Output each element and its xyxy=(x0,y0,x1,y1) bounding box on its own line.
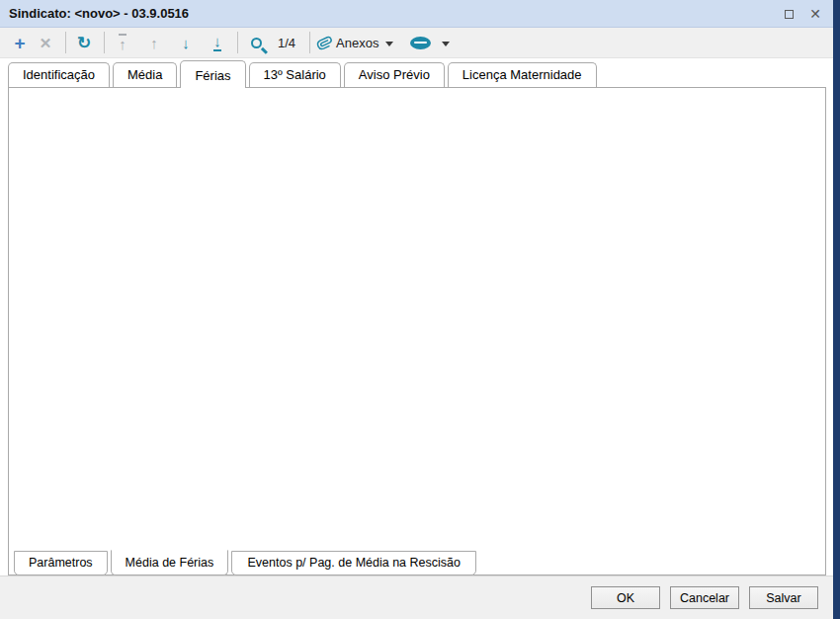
delete-record-button: ✕ xyxy=(34,30,57,55)
bottom-tab-strip: Parâmetros Média de Férias Eventos p/ Pa… xyxy=(14,551,479,575)
ferias-tab-page xyxy=(8,87,826,575)
refresh-button[interactable]: ↻ xyxy=(72,30,96,55)
cancel-label: Cancelar xyxy=(680,591,729,605)
maximize-icon xyxy=(785,10,794,19)
up-arrow-icon: ↑ xyxy=(150,36,158,50)
plus-icon: + xyxy=(14,34,25,52)
close-button[interactable]: ✕ xyxy=(804,5,826,23)
tab-eventos-pag-media[interactable]: Eventos p/ Pag. de Média na Rescisão xyxy=(231,551,476,575)
printer-icon xyxy=(410,37,431,49)
print-options-button[interactable] xyxy=(434,30,458,55)
toolbar-separator xyxy=(309,32,310,53)
toolbar-separator xyxy=(65,32,66,53)
sindicato-dialog: Sindicato: <novo> - 03.9.0516 ✕ + ✕ ↻ ↑ … xyxy=(0,0,840,619)
last-record-icon: ↓ xyxy=(213,34,221,51)
search-icon xyxy=(251,38,262,48)
first-record-button: ↑ xyxy=(111,30,134,55)
search-button[interactable] xyxy=(244,30,268,55)
ok-button[interactable]: OK xyxy=(591,586,660,609)
down-arrow-icon: ↓ xyxy=(182,36,190,50)
toolbar-separator xyxy=(104,32,105,53)
chevron-down-icon xyxy=(385,42,393,46)
window-title: Sindicato: <novo> - 03.9.0516 xyxy=(0,6,189,21)
maximize-button[interactable] xyxy=(778,5,799,23)
tab-identificacao[interactable]: Identificação xyxy=(8,62,110,87)
next-record-button[interactable]: ↓ xyxy=(174,30,198,55)
save-button[interactable]: Salvar xyxy=(749,586,818,609)
last-record-button[interactable]: ↓ xyxy=(206,30,229,55)
tab-ferias[interactable]: Férias xyxy=(180,60,245,88)
save-label: Salvar xyxy=(766,591,800,605)
ok-label: OK xyxy=(617,591,634,605)
close-icon: ✕ xyxy=(809,6,821,22)
tab-aviso-previo[interactable]: Aviso Prévio xyxy=(344,62,445,87)
cancel-button[interactable]: Cancelar xyxy=(670,586,739,609)
tab-parametros[interactable]: Parâmetros xyxy=(14,551,108,575)
tab-media[interactable]: Média xyxy=(113,62,177,87)
refresh-icon: ↻ xyxy=(77,35,91,51)
print-button[interactable] xyxy=(408,30,432,55)
title-bar: Sindicato: <novo> - 03.9.0516 xyxy=(0,0,833,28)
record-counter: 1/4 xyxy=(278,36,295,50)
previous-record-button: ↑ xyxy=(142,30,166,55)
anexos-button[interactable]: Anexos xyxy=(316,30,396,55)
tab-13-salario[interactable]: 13º Salário xyxy=(249,62,341,87)
toolbar: + ✕ ↻ ↑ ↑ ↓ ↓ 1/4 Anexos xyxy=(0,28,833,58)
toolbar-separator xyxy=(237,32,238,53)
tab-media-de-ferias[interactable]: Média de Férias xyxy=(111,550,229,575)
first-record-icon: ↑ xyxy=(119,34,126,51)
anexos-label: Anexos xyxy=(336,36,378,50)
tab-licenca-maternidade[interactable]: Licença Maternidade xyxy=(448,62,597,87)
add-record-button[interactable]: + xyxy=(8,30,32,55)
delete-icon: ✕ xyxy=(40,36,52,50)
window-right-edge xyxy=(833,0,840,619)
top-tab-strip: Identificação Média Férias 13º Salário A… xyxy=(8,60,600,88)
paperclip-icon xyxy=(313,32,334,53)
chevron-down-icon xyxy=(442,42,450,46)
